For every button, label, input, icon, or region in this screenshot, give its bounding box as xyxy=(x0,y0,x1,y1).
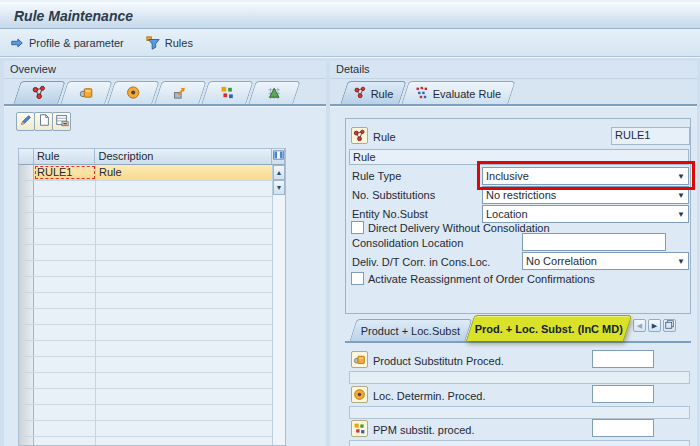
description-cell[interactable] xyxy=(96,245,274,260)
description-cell[interactable] xyxy=(96,277,274,292)
column-header-rule[interactable]: Rule xyxy=(34,149,96,164)
deliv-corr-select[interactable]: No Correlation ▼ xyxy=(522,252,689,270)
rule-cell[interactable] xyxy=(34,389,96,404)
column-header-description[interactable]: Description xyxy=(95,149,272,164)
row-selector-cell[interactable] xyxy=(19,325,34,340)
table-config-button[interactable] xyxy=(272,149,285,164)
table-row[interactable] xyxy=(19,277,285,293)
overview-tab-substitution[interactable] xyxy=(154,81,206,104)
tab-rule[interactable]: Rule xyxy=(340,81,406,104)
create-button[interactable] xyxy=(34,112,53,131)
table-row[interactable] xyxy=(19,389,285,405)
row-selector-cell[interactable] xyxy=(19,181,34,196)
rule-cell[interactable] xyxy=(34,197,96,212)
product-substitution-input[interactable] xyxy=(592,350,654,368)
table-row[interactable] xyxy=(19,245,285,261)
table-row[interactable] xyxy=(19,325,285,341)
rule-cell[interactable] xyxy=(34,341,96,356)
rule-cell[interactable] xyxy=(34,309,96,324)
description-cell[interactable] xyxy=(96,437,274,446)
row-selector-cell[interactable] xyxy=(19,357,34,372)
description-cell[interactable]: Rule xyxy=(96,165,274,180)
description-cell[interactable] xyxy=(96,373,274,388)
description-cell[interactable] xyxy=(96,213,274,228)
rule-cell[interactable] xyxy=(34,373,96,388)
entity-no-subst-select[interactable]: Location ▼ xyxy=(482,205,689,223)
row-selector-cell[interactable] xyxy=(19,277,34,292)
row-selector-cell[interactable] xyxy=(19,293,34,308)
description-cell[interactable] xyxy=(96,181,274,196)
row-selector-cell[interactable] xyxy=(19,389,34,404)
table-row[interactable] xyxy=(19,437,285,446)
row-selector-cell[interactable] xyxy=(19,213,34,228)
rule-description-field[interactable]: Rule xyxy=(349,149,689,165)
table-row[interactable] xyxy=(19,197,285,213)
direct-delivery-checkbox[interactable] xyxy=(351,221,364,234)
description-cell[interactable] xyxy=(96,229,274,244)
subtab-prod-loc-subst-incmd[interactable]: Prod. + Loc. Subst. (InC MD) xyxy=(466,315,632,341)
row-selector-cell[interactable] xyxy=(19,197,34,212)
scroll-down-button[interactable]: ▼ xyxy=(273,180,285,195)
description-cell[interactable] xyxy=(96,389,274,404)
rule-cell[interactable]: RULE1 xyxy=(34,165,96,180)
description-cell[interactable] xyxy=(96,405,274,420)
row-selector-cell[interactable] xyxy=(19,341,34,356)
rules-button[interactable]: Rules xyxy=(146,36,193,50)
table-row[interactable] xyxy=(19,357,285,373)
rule-cell[interactable] xyxy=(34,181,96,196)
row-selector-cell[interactable] xyxy=(19,437,34,446)
scroll-up-button[interactable]: ▲ xyxy=(273,165,285,180)
table-row-selected[interactable]: RULE1 Rule xyxy=(19,165,285,181)
row-selector-cell[interactable] xyxy=(19,373,34,388)
description-cell[interactable] xyxy=(96,341,274,356)
subtab-list-button[interactable] xyxy=(663,319,676,332)
rule-cell[interactable] xyxy=(34,261,96,276)
location-determination-input[interactable] xyxy=(592,385,654,403)
table-row[interactable] xyxy=(19,293,285,309)
rule-cell[interactable] xyxy=(34,277,96,292)
overview-tab-ppm[interactable] xyxy=(201,81,253,104)
profile-parameter-button[interactable]: Profile & parameter xyxy=(10,36,124,50)
no-substitutions-select[interactable]: No restrictions ▼ xyxy=(482,186,689,204)
rule-cell[interactable] xyxy=(34,325,96,340)
consolidation-location-input[interactable] xyxy=(522,233,666,251)
row-selector-header[interactable] xyxy=(19,149,34,164)
rule-name-field[interactable]: RULE1 xyxy=(611,127,690,145)
table-row[interactable] xyxy=(19,309,285,325)
row-selector-cell[interactable] xyxy=(19,421,34,436)
table-row[interactable] xyxy=(19,405,285,421)
overview-tab-transport[interactable] xyxy=(248,81,300,104)
row-selector-cell[interactable] xyxy=(19,165,34,180)
subtab-scroll-left-button[interactable]: ◀ xyxy=(633,319,646,332)
rule-cell[interactable] xyxy=(34,421,96,436)
rule-cell[interactable] xyxy=(34,357,96,372)
table-row[interactable] xyxy=(19,229,285,245)
table-scrollbar[interactable]: ▲ ▼ xyxy=(272,165,285,445)
delete-row-button[interactable] xyxy=(52,112,71,131)
rule-cell[interactable] xyxy=(34,405,96,420)
description-cell[interactable] xyxy=(96,261,274,276)
rule-cell[interactable] xyxy=(34,245,96,260)
table-row[interactable] xyxy=(19,421,285,437)
description-cell[interactable] xyxy=(96,357,274,372)
table-row[interactable] xyxy=(19,213,285,229)
rule-cell[interactable] xyxy=(34,293,96,308)
overview-tab-location[interactable] xyxy=(107,81,159,104)
description-cell[interactable] xyxy=(96,293,274,308)
table-row[interactable] xyxy=(19,261,285,277)
row-selector-cell[interactable] xyxy=(19,309,34,324)
row-selector-cell[interactable] xyxy=(19,245,34,260)
row-selector-cell[interactable] xyxy=(19,261,34,276)
subtab-scroll-right-button[interactable]: ▶ xyxy=(648,319,661,332)
description-cell[interactable] xyxy=(96,309,274,324)
table-row[interactable] xyxy=(19,181,285,197)
ppm-substitution-input[interactable] xyxy=(592,419,654,437)
overview-tab-rule[interactable] xyxy=(13,81,65,104)
activate-reassignment-checkbox[interactable] xyxy=(351,272,364,285)
rule-type-select[interactable]: Inclusive ▼ xyxy=(482,167,689,185)
description-cell[interactable] xyxy=(96,325,274,340)
tab-evaluate-rule[interactable]: Evaluate Rule xyxy=(401,81,515,104)
table-row[interactable] xyxy=(19,373,285,389)
rule-cell[interactable] xyxy=(34,229,96,244)
rule-cell[interactable] xyxy=(34,437,96,446)
